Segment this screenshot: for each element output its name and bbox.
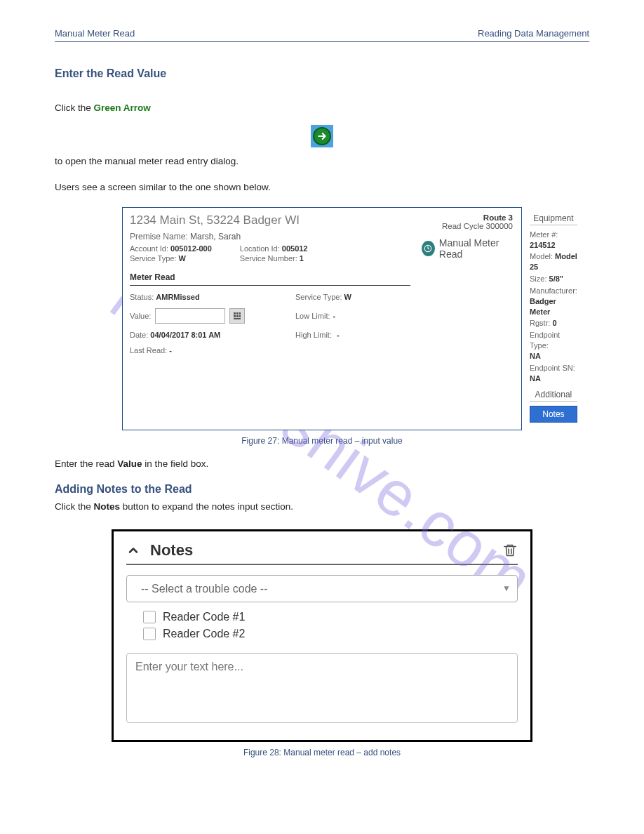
service-number-label: Service Number: [240,254,297,263]
low-limit-label: Low Limit: [295,312,330,320]
meter-number-value: 214512 [530,241,556,249]
location-id-value: 005012 [282,244,308,253]
premise-name-value: Marsh, Sarah [190,232,241,241]
instruction-paragraph-2: Users see a screen similar to the one sh… [55,180,589,194]
notes-panel: Notes -- Select a trouble code -- ▼ Read… [112,529,532,742]
green-arrow-icon[interactable] [311,125,333,147]
register-value: 0 [552,319,556,327]
top-divider [55,41,589,42]
last-read-value: - [169,346,172,355]
section-title-notes: Adding Notes to the Read [55,483,589,496]
route-label: Route 3 [422,213,513,222]
doc-header-left: Manual Meter Read [55,28,135,39]
status-label: Status: [130,293,154,301]
endpoint-type-label: Endpoint Type: [530,331,560,350]
equipment-title: Equipment [530,213,577,225]
additional-title: Additional [530,390,577,402]
trouble-code-select[interactable]: -- Select a trouble code -- [126,575,518,602]
read-svctype-label: Service Type: [295,293,342,301]
reader-code-1-checkbox[interactable] [143,611,156,623]
svg-rect-2 [234,315,236,317]
high-limit-value: - [337,331,340,339]
date-value: 04/04/2017 8:01 AM [150,331,220,339]
svg-rect-1 [236,312,239,315]
reader-code-1-label: Reader Code #1 [163,611,245,623]
manual-meter-read-dialog: 1234 Main St, 53224 Badger WI Premise Na… [122,207,522,430]
account-id-label: Account Id: [130,244,168,253]
account-id-value: 005012-000 [170,244,212,253]
notes-header-title: Notes [150,541,193,560]
svg-rect-6 [234,318,241,319]
reader-code-2-checkbox[interactable] [143,628,156,640]
manufacturer-label: Manufacturer: [530,286,577,295]
value-input[interactable] [155,308,225,324]
trash-icon[interactable] [502,543,518,558]
manufacturer-value: Badger Meter [530,297,556,316]
size-label: Size: [530,274,546,283]
meter-number-label: Meter #: [530,230,558,239]
input-instruction: Enter the read Value in the field box. [55,457,589,471]
chevron-up-icon[interactable] [126,543,140,557]
high-limit-label: High Limit: [295,331,332,339]
instruction-paragraph-1b: to open the manual meter read entry dial… [55,154,589,168]
reader-code-2-label: Reader Code #2 [163,628,245,640]
model-label: Model: [530,252,553,260]
section-title-enter-value: Enter the Read Value [55,67,589,80]
figure28-caption: Figure 28: Manual meter read – add notes [55,748,589,757]
premise-name-label: Premise Name: [130,232,188,241]
svg-rect-3 [236,315,239,317]
manual-meter-read-label: Manual Meter Read [439,237,513,260]
instruction-paragraph-1: Click the Green Arrow [55,101,589,115]
meter-read-section-title: Meter Read [130,272,410,286]
svg-rect-5 [239,315,241,317]
keypad-icon[interactable] [229,308,245,324]
address-heading: 1234 Main St, 53224 Badger WI [130,213,410,227]
service-type-label: Service Type: [130,254,176,263]
notes-button[interactable]: Notes [530,406,577,423]
date-label: Date: [130,331,148,339]
endpoint-type-value: NA [530,352,541,360]
register-label: Rgstr: [530,319,550,327]
endpoint-sn-label: Endpoint SN: [530,364,575,372]
size-value: 5/8" [549,274,564,283]
location-id-label: Location Id: [240,244,280,253]
service-number-value: 1 [300,254,304,263]
green-arrow-label: Green Arrow [94,102,151,113]
status-value: AMRMissed [156,293,199,301]
read-svctype-value: W [344,293,351,301]
read-cycle-label: Read Cycle 300000 [422,222,513,230]
value-label: Value: [130,312,151,320]
figure27-caption: Figure 27: Manual meter read – input val… [55,436,589,446]
notes-instruction: Click the Notes button to expand the not… [55,500,589,514]
svg-rect-0 [234,312,236,315]
doc-header-right: Reading Data Management [478,28,589,39]
last-read-label: Last Read: [130,346,167,355]
svg-rect-4 [239,312,241,315]
notes-textarea[interactable] [126,653,518,723]
meter-icon [422,241,435,256]
low-limit-value: - [333,312,336,320]
endpoint-sn-value: NA [530,374,541,383]
service-type-value: W [179,254,186,263]
